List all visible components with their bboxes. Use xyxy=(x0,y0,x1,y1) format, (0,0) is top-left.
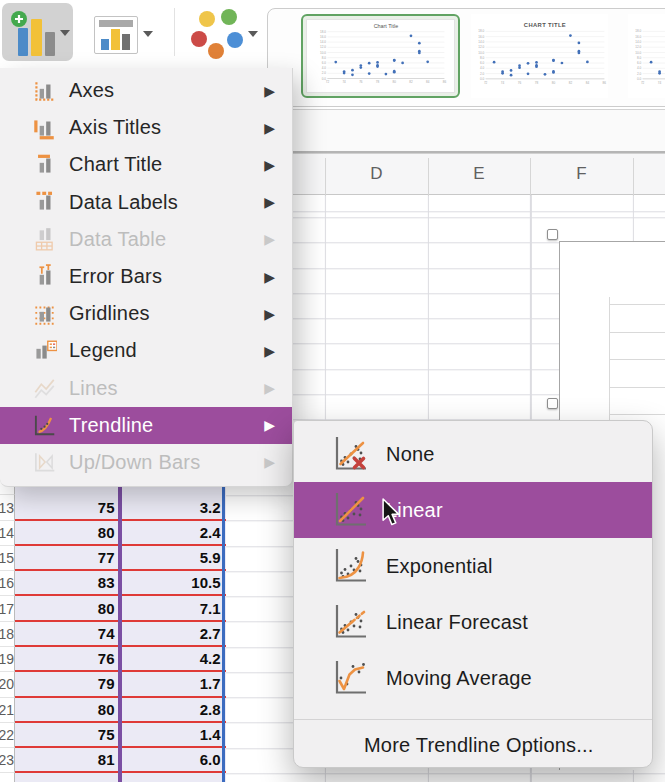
submenu-item-label: None xyxy=(386,443,435,466)
cell-x[interactable]: 76 xyxy=(15,647,122,672)
row-number[interactable]: 14 xyxy=(0,521,15,546)
column-header-e[interactable]: E xyxy=(428,154,530,194)
cell-x[interactable]: 77 xyxy=(15,546,122,571)
cell-y[interactable]: 5.9 xyxy=(122,546,226,571)
cell-y[interactable]: 3.2 xyxy=(122,495,226,520)
dropdown-caret-icon[interactable] xyxy=(248,31,258,37)
submenu-item-label: Linear Forecast xyxy=(386,611,528,634)
submenu-item-more-trendline-options[interactable]: More Trendline Options... xyxy=(294,720,652,771)
data-table-icon xyxy=(31,226,57,252)
svg-text:86: 86 xyxy=(603,81,607,85)
menu-item-label: Gridlines xyxy=(69,302,150,325)
menu-item-updown-bars: Up/Down Bars ▶ xyxy=(0,444,292,481)
svg-text:78: 78 xyxy=(376,80,380,84)
cell-x[interactable]: 75 xyxy=(15,723,122,748)
trendline-forecast-icon xyxy=(327,600,371,644)
menu-item-axis-titles[interactable]: Axis Titles ▶ xyxy=(0,109,292,146)
row-number[interactable]: 19 xyxy=(0,647,15,672)
submenu-arrow-icon: ▶ xyxy=(264,120,275,136)
menu-item-axes[interactable]: Axes ▶ xyxy=(0,72,292,109)
error-bars-icon xyxy=(31,264,57,290)
updown-bars-icon xyxy=(31,449,57,475)
chart-style-thumbnail[interactable]: 0.02.04.06.08.010.012.014.016.018.072747… xyxy=(471,14,608,98)
menu-item-label: Data Labels xyxy=(69,191,178,214)
row-number[interactable]: 15 xyxy=(0,546,15,571)
submenu-item-exponential[interactable]: Exponential xyxy=(294,538,652,594)
cell-x[interactable]: 81 xyxy=(15,748,122,773)
row-number[interactable]: 23 xyxy=(0,748,15,773)
chart-style-thumbnail[interactable]: 0.02.04.06.08.010.012.014.016.018.072747… xyxy=(628,14,665,98)
cell-y[interactable]: 4.2 xyxy=(122,647,226,672)
trendline-moving-average-icon xyxy=(327,656,371,700)
cell-y[interactable]: 7.1 xyxy=(122,596,226,621)
submenu-item-linear-forecast[interactable]: Linear Forecast xyxy=(294,594,652,650)
menu-item-data-table: Data Table ▶ xyxy=(0,221,292,258)
svg-text:10.0: 10.0 xyxy=(320,51,326,55)
svg-text:16.0: 16.0 xyxy=(320,35,326,39)
row-number[interactable]: 16 xyxy=(0,571,15,596)
cell-x[interactable]: 80 xyxy=(15,521,122,546)
submenu-item-none[interactable]: None xyxy=(294,426,652,482)
column-header-f[interactable]: F xyxy=(530,154,633,194)
row-number[interactable]: 17 xyxy=(0,596,15,621)
submenu-item-label: More Trendline Options... xyxy=(364,734,594,757)
submenu-item-moving-average[interactable]: Moving Average xyxy=(294,650,652,706)
svg-text:4.0: 4.0 xyxy=(322,66,327,70)
cell-y[interactable]: 10.5 xyxy=(122,571,226,596)
data-labels-icon xyxy=(31,189,57,215)
chart-selection-handle[interactable] xyxy=(547,398,558,409)
row-number[interactable]: 18 xyxy=(0,622,15,647)
cell-x[interactable]: 83 xyxy=(15,571,122,596)
row-number[interactable]: 21 xyxy=(0,698,15,723)
svg-text:CHART TITLE: CHART TITLE xyxy=(524,22,566,28)
chart-gridline xyxy=(609,304,665,305)
svg-text:72: 72 xyxy=(641,81,645,85)
svg-text:2.0: 2.0 xyxy=(322,71,327,75)
source-data-table: 13 75 3.2 14 80 2.4 15 77 5.9 16 83 10.5… xyxy=(0,487,226,782)
cell-x[interactable]: 75 xyxy=(15,495,122,520)
row-number[interactable]: 22 xyxy=(0,723,15,748)
cell-x[interactable]: 80 xyxy=(15,698,122,723)
menu-item-error-bars[interactable]: Error Bars ▶ xyxy=(0,258,292,295)
trendline-icon xyxy=(31,412,57,438)
submenu-arrow-icon: ▶ xyxy=(264,83,275,99)
svg-text:6.0: 6.0 xyxy=(637,61,642,65)
menu-item-gridlines[interactable]: Gridlines ▶ xyxy=(0,295,292,332)
menu-item-label: Legend xyxy=(69,339,137,362)
submenu-item-linear[interactable]: Linear xyxy=(294,482,652,538)
svg-text:80: 80 xyxy=(393,80,397,84)
quick-layout-icon xyxy=(95,17,137,53)
menu-item-trendline[interactable]: Trendline ▶ xyxy=(0,407,292,444)
chart-style-thumbnail-selected[interactable]: 0.02.04.06.08.010.012.014.016.018.072747… xyxy=(301,14,460,98)
cell-x[interactable]: 79 xyxy=(15,672,122,697)
add-chart-element-button[interactable] xyxy=(2,3,73,61)
cell-y[interactable]: 2.8 xyxy=(122,698,226,723)
cell-y[interactable]: 6.0 xyxy=(122,748,226,773)
svg-text:82: 82 xyxy=(569,81,573,85)
cell-y[interactable]: 2.4 xyxy=(122,521,226,546)
submenu-arrow-icon: ▶ xyxy=(264,231,275,247)
cell-y[interactable]: 1.7 xyxy=(122,672,226,697)
svg-text:12.0: 12.0 xyxy=(635,45,641,49)
menu-item-data-labels[interactable]: Data Labels ▶ xyxy=(0,184,292,221)
menu-item-chart-title[interactable]: Chart Title ▶ xyxy=(0,146,292,183)
cell-y[interactable]: 1.4 xyxy=(122,723,226,748)
chart-selection-handle[interactable] xyxy=(547,229,558,240)
cell-x[interactable]: 80 xyxy=(15,596,122,621)
row-number[interactable]: 20 xyxy=(0,672,15,697)
cell-y[interactable]: 2.7 xyxy=(122,622,226,647)
quick-layout-button[interactable] xyxy=(94,16,138,54)
change-colors-icon[interactable] xyxy=(190,6,246,60)
dropdown-caret-icon[interactable] xyxy=(143,31,153,37)
row-number[interactable]: 13 xyxy=(0,495,15,520)
cell-x[interactable]: 74 xyxy=(15,622,122,647)
column-header-d[interactable]: D xyxy=(325,154,428,194)
svg-text:16.0: 16.0 xyxy=(478,35,484,39)
submenu-arrow-icon: ▶ xyxy=(264,380,275,396)
table-row-partial xyxy=(0,773,226,782)
menu-item-legend[interactable]: Legend ▶ xyxy=(0,332,292,369)
trendline-linear-icon xyxy=(327,488,371,532)
submenu-arrow-icon: ▶ xyxy=(264,269,275,285)
dropdown-caret-icon xyxy=(60,30,70,36)
chart-gridline xyxy=(609,414,665,415)
